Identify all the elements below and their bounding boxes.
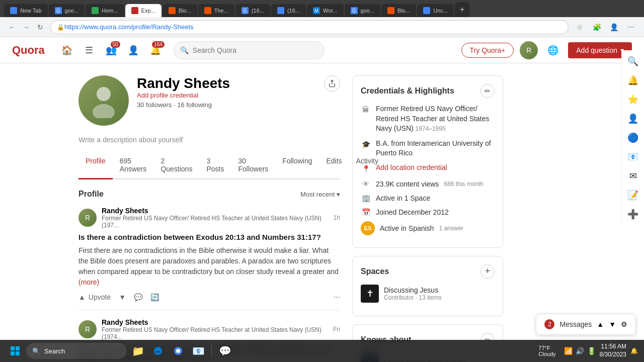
tab-following[interactable]: Following [275, 152, 319, 179]
add-location-link[interactable]: Add location credential [376, 163, 447, 171]
user-avatar-nav[interactable]: R [520, 41, 538, 59]
profile-button[interactable]: 👤 [607, 20, 621, 34]
add-space-button[interactable]: + [480, 264, 495, 279]
extensions-button[interactable]: 🧩 [590, 20, 604, 34]
tab-8[interactable]: (16... [271, 4, 306, 17]
taskbar-messages[interactable]: 💬 [216, 342, 234, 360]
followers-count[interactable]: 30 followers [137, 101, 172, 109]
wifi-icon[interactable]: 📶 [564, 347, 573, 355]
credential-navy: 🏛 Former Retired US Navy Officer/ Retire… [361, 104, 495, 134]
side-outlook-button[interactable]: 📧 [624, 148, 642, 166]
taskbar-file-explorer[interactable]: 📁 [129, 342, 147, 360]
taskbar-date-display: 8/30/2023 [600, 351, 626, 359]
main-layout: Randy Sheets Add profile credential 30 f… [70, 63, 574, 362]
tab-edits[interactable]: Edits [319, 152, 349, 179]
language-button[interactable]: 🌐 [544, 41, 562, 59]
bookmark-button[interactable]: ☆ [573, 20, 587, 34]
tab-12[interactable]: Unc... [417, 4, 454, 17]
post-question-1[interactable]: Is there a contradiction between Exodus … [78, 233, 340, 241]
try-plus-button[interactable]: Try Quora+ [461, 43, 514, 58]
tab-answers[interactable]: 695 Answers [113, 152, 154, 179]
side-person-button[interactable]: 👤 [624, 110, 642, 128]
active-spanish: Active in Spanish [380, 224, 434, 232]
tab-6[interactable]: The... [198, 4, 234, 17]
quora-logo[interactable]: Quora [12, 44, 45, 57]
post-author-cred-1: Former Retired US Navy Officer/ Retired … [102, 215, 329, 229]
tab-followers[interactable]: 30 Followers [231, 152, 275, 179]
spaces-header: Spaces + [361, 264, 495, 279]
edit-credentials-button[interactable]: ✏ [480, 84, 495, 98]
tab-active[interactable]: Exp... [125, 4, 162, 17]
taskbar-search[interactable]: 🔍 Search [26, 343, 127, 359]
spaces-nav-button[interactable]: 👥 50 [101, 40, 121, 60]
credentials-card: Credentials & Highlights ✏ 🏛 Former Reti… [352, 75, 503, 248]
tab-1[interactable]: New Tab [4, 4, 48, 17]
messages-collapse-button[interactable]: ▼ [609, 320, 616, 328]
battery-icon[interactable]: 🔋 [587, 347, 596, 355]
credential-navy-year: 1974–1995 [416, 125, 446, 132]
post-more-1[interactable]: (more) [78, 278, 99, 286]
taskbar-time-display: 11:56 AM [600, 343, 626, 351]
comment-button-1[interactable]: 💬 [134, 293, 142, 301]
active-spaces: Active in 1 Space [376, 194, 430, 202]
messages-settings-button[interactable]: ⚙ [621, 320, 627, 328]
post-actions-1: ▲ Upvote ▼ 💬 🔄 ··· [78, 293, 340, 302]
messages-expand-button[interactable]: ▲ [597, 320, 604, 328]
taskbar-clock[interactable]: 11:56 AM 8/30/2023 [600, 343, 626, 358]
groups-nav-button[interactable]: 👤 [123, 40, 143, 60]
profile-header: Randy Sheets Add profile credential 30 f… [78, 75, 340, 126]
following-count[interactable]: 16 following [177, 101, 212, 109]
refresh-button[interactable]: ↻ [34, 21, 46, 33]
side-blog-button[interactable]: 📝 [624, 186, 642, 204]
back-button[interactable]: ← [6, 21, 18, 33]
tab-questions[interactable]: 2 Questions [153, 152, 199, 179]
right-sidebar: Credentials & Highlights ✏ 🏛 Former Reti… [352, 75, 503, 362]
taskbar-edge[interactable] [149, 342, 167, 360]
side-mail-button[interactable]: ✉ [624, 167, 642, 185]
notifications-nav-button[interactable]: 🔔 164 [145, 40, 166, 60]
side-star-button[interactable]: ⭐ [624, 90, 642, 109]
answers-nav-button[interactable]: ☰ [79, 40, 99, 60]
taskbar-chrome[interactable] [169, 342, 187, 360]
notifications-system-icon[interactable]: 🔔 [630, 347, 638, 354]
sound-icon[interactable]: 🔊 [576, 347, 584, 355]
post-author-name-1[interactable]: Randy Sheets [102, 207, 329, 215]
search-bar[interactable]: 🔍 [174, 41, 325, 59]
home-nav-button[interactable]: 🏠 [57, 40, 77, 60]
side-bell-button[interactable]: 🔔 [624, 71, 642, 89]
search-input[interactable] [193, 46, 318, 54]
share-button-1[interactable]: 🔄 [150, 293, 159, 301]
tab-profile[interactable]: Profile [78, 152, 113, 179]
tab-2[interactable]: Ggoo... [49, 4, 85, 17]
side-plus-button[interactable]: ➕ [624, 205, 642, 223]
taskbar-mail[interactable]: 📧 [189, 342, 207, 360]
downvote-button-1[interactable]: ▼ [119, 293, 126, 301]
post-author-name-2[interactable]: Randy Sheets [102, 318, 328, 326]
share-button[interactable] [324, 75, 340, 92]
start-button[interactable] [6, 342, 24, 360]
tab-10[interactable]: Ggoo... [345, 4, 381, 17]
spaces-icon: 🏢 [361, 193, 371, 203]
more-actions-1[interactable]: ··· [334, 293, 340, 302]
post-card-1: R Randy Sheets Former Retired US Navy Of… [78, 207, 340, 310]
upvote-icon-1: ▲ [78, 293, 86, 301]
tab-posts[interactable]: 3 Posts [199, 152, 231, 179]
side-circle-button[interactable]: 🔵 [624, 129, 642, 147]
spanish-answers: 1 answer [439, 225, 463, 232]
tab-7[interactable]: G(16... [235, 4, 270, 17]
sort-dropdown[interactable]: Most recent ▾ [300, 191, 340, 198]
section-header: Profile Most recent ▾ [78, 190, 340, 199]
tab-3[interactable]: Hom... [86, 4, 124, 17]
forward-button[interactable]: → [20, 21, 32, 33]
tab-new[interactable]: + [455, 2, 469, 17]
url-bar[interactable]: 🔒 https://www.quora.com/profile/Randy-Sh… [50, 20, 569, 34]
tab-9[interactable]: MWor... [307, 4, 344, 17]
space-name-jesus[interactable]: Discussing Jesus [384, 286, 495, 294]
more-button[interactable]: ⋯ [624, 20, 638, 34]
tab-11[interactable]: Blo... [381, 4, 416, 17]
upvote-button-1[interactable]: ▲ Upvote [78, 293, 111, 301]
side-search-button[interactable]: 🔍 [624, 52, 642, 70]
svg-point-0 [97, 87, 111, 101]
add-credential-link[interactable]: Add profile credential [137, 92, 230, 99]
tab-5[interactable]: Blo... [163, 4, 197, 17]
